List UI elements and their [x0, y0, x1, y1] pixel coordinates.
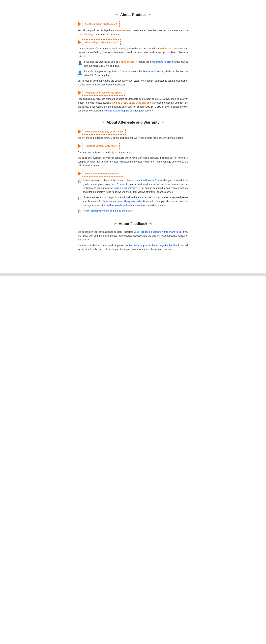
right-dashes-2 [167, 122, 188, 122]
arrow-icon-q3 [78, 90, 81, 95]
arrow-icon-q5 [78, 144, 81, 148]
footer-bar [0, 273, 266, 276]
dr1-h2: over 7 days [111, 183, 124, 186]
q2-h1: in stock [116, 47, 125, 50]
sun-icon-left-3: ☀ [114, 221, 117, 227]
q5-label: How long will warranty take? [82, 143, 120, 149]
sun-icon-right-2: ☀ [161, 119, 165, 125]
about-aftersale-title: About After-sale and Warranty [107, 119, 159, 125]
sun-icon-left-2: ☀ [101, 119, 105, 125]
q1-label: Are the product photos real? [82, 21, 120, 27]
arrow-icon-q1 [78, 22, 81, 26]
pr2-h2: less in stock [148, 70, 163, 73]
dr1-h3: have a year warranty [114, 187, 137, 189]
q2-block: When will you ship my order? [78, 39, 188, 45]
left-dashes-3 [78, 224, 111, 224]
q6-block: How about refund/replacement? [78, 170, 188, 176]
about-product-title: About Product [120, 12, 146, 18]
person-icon-1: 👤 [78, 60, 82, 66]
dr2-h1: your Aliexpress order ID [118, 200, 145, 203]
person-row-1-text: If you find the processing time is 3 day… [84, 60, 188, 68]
about-feedback-title: About Feedback [119, 221, 147, 227]
q4-block: How about the quality of the item? [78, 128, 188, 135]
q2-label: When will you ship my order? [82, 39, 121, 45]
q4-label: How about the quality of the item? [82, 128, 126, 135]
arrow-icon-q6 [78, 171, 81, 176]
doc-row-2: 📋 All returned items must be put in the … [78, 196, 188, 207]
sun-icon-left: ☀ [115, 12, 119, 18]
q3-h2: to add extra shipping cost [106, 109, 134, 112]
q3-label: How long i can receive my order? [82, 90, 125, 96]
q1-highlight-1: 100% real [115, 29, 126, 32]
fb-h2: contact with us prior to leave negative … [125, 244, 179, 246]
dr1-h1: contact with us in 7 days [134, 179, 162, 182]
sun-icon-right-3: ☀ [149, 221, 152, 227]
pr1-h2: always in stock [155, 60, 173, 63]
q2-h2: within 1-7 days [160, 47, 177, 50]
q2-answer: Generally most of our products are in st… [78, 47, 188, 58]
sun-icon-right: ☀ [147, 12, 151, 18]
about-feedback-header: ☀ About Feedback ☀ [78, 221, 188, 227]
q3-answer: Free shipping by Alixpress standard ship… [78, 97, 188, 112]
doc-icon-3: 📋 [78, 209, 81, 214]
q3-h1: such as Brazil, Chile, Syria and so on [112, 102, 153, 104]
q4-answer: We will check the goods carefully before… [78, 136, 188, 140]
feedback-para-2: If you not satisfied with your product, … [78, 244, 188, 251]
about-product-header: ☀ About Product ☀ [78, 12, 188, 18]
arrow-icon-q2 [78, 40, 81, 45]
q5-answer-2: We can't offer warranty service for prod… [78, 156, 188, 168]
doc-icon-2: 📋 [78, 196, 81, 201]
doc-row-2-text: All returned items must be put in the or… [83, 196, 188, 207]
dr3-h1: Return shipping should be paid by the bu… [83, 209, 133, 212]
dr2-h2: with original condition [107, 204, 132, 206]
doc-row-1: 📋 If there are any problems of the produ… [78, 178, 188, 194]
feedback-para-1: We depend on your satisfaction to succes… [78, 230, 188, 242]
doc-row-1-text: If there are any problems of the product… [83, 178, 188, 194]
right-dashes [153, 14, 188, 15]
doc-row-3: 📋 Return shipping should be paid by the … [78, 209, 188, 214]
arrow-icon-q4 [78, 129, 81, 134]
doc-row-3-text: Return shipping should be paid by the bu… [83, 209, 133, 213]
q5-answer-1: One year warranty for the product you or… [78, 150, 188, 154]
q5-block: How long will warranty take? [78, 143, 188, 149]
doc-icon-1: 📋 [78, 179, 81, 184]
person-row-1: 👤 If you find the processing time is 3 d… [78, 60, 188, 68]
pr1-h1: 3 days or less [119, 60, 134, 63]
q3-block: How long i can receive my order? [78, 90, 188, 96]
q1-answer: Yes, all the products displayed are 100%… [78, 28, 188, 36]
q6-label: How about refund/replacement? [82, 170, 123, 176]
q1-highlight-2: color shading [78, 33, 93, 36]
left-dashes-2 [78, 122, 99, 122]
person-row-2-text: If you find the processing time is 7 day… [84, 70, 188, 77]
person-row-2: 👤 If you find the processing time is 7 d… [78, 70, 188, 77]
page-wrapper: ☀ About Product ☀ Are the product photos… [74, 0, 192, 263]
q2-extra: But in case of any hot products are temp… [78, 79, 188, 87]
q1-block: Are the product photos real? [78, 21, 188, 27]
fb-h1: your feedback is definitely important to… [134, 230, 181, 233]
left-dashes [78, 14, 113, 15]
about-aftersale-header: ☀ About After-sale and Warranty ☀ [78, 119, 188, 125]
person-icon-2: 👤 [78, 70, 82, 76]
right-dashes-3 [155, 224, 188, 224]
pr2-h1: 7 days [120, 70, 127, 73]
